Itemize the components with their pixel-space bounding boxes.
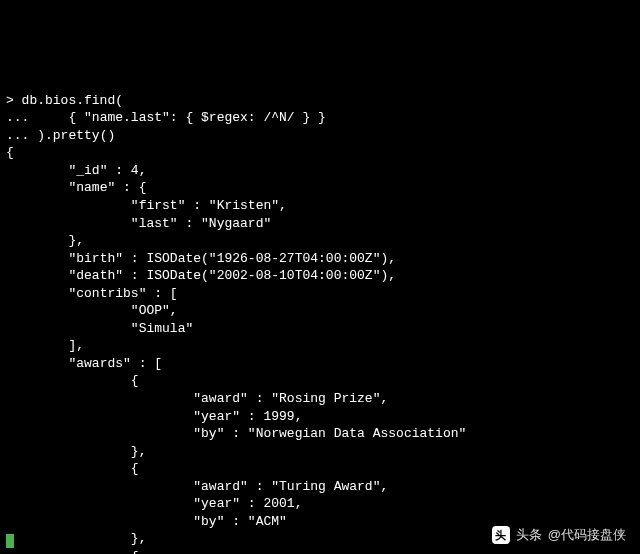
contribs-open: [ <box>170 286 178 301</box>
first-key: "first" <box>131 198 186 213</box>
obj-open: { <box>131 373 139 388</box>
contrib-1: "OOP" <box>131 303 170 318</box>
contribs-key: "contribs" <box>68 286 146 301</box>
obj-close: }, <box>131 531 147 546</box>
first-val: "Kristen" <box>209 198 279 213</box>
award2-name: "Turing Award" <box>271 479 380 494</box>
last-val: "Nygaard" <box>201 216 271 231</box>
last-key: "last" <box>131 216 178 231</box>
id-key: "_id" <box>68 163 107 178</box>
continuation-prompt: ... <box>6 128 37 143</box>
terminal-output: > db.bios.find( ... { "name.last": { $re… <box>6 74 634 554</box>
continuation-prompt: ... <box>6 110 37 125</box>
cursor-block <box>6 534 14 548</box>
awards-key: "awards" <box>68 356 130 371</box>
watermark-handle: @代码接盘侠 <box>548 526 626 544</box>
toutiao-icon: 头 <box>492 526 510 544</box>
award-key: "award" <box>193 391 248 406</box>
award1-by: "Norwegian Data Association" <box>248 426 466 441</box>
obj-open: { <box>131 549 139 554</box>
id-val: 4 <box>131 163 139 178</box>
prompt: > <box>6 93 22 108</box>
name-open: { <box>139 180 147 195</box>
by-key: "by" <box>193 426 224 441</box>
brace-open: { <box>6 145 14 160</box>
name-close: } <box>68 233 76 248</box>
year-key: "year" <box>193 496 240 511</box>
watermark: 头 头条 @代码接盘侠 <box>492 526 626 544</box>
by-key: "by" <box>193 514 224 529</box>
cmd-line-1: db.bios.find( <box>22 93 123 108</box>
award-key: "award" <box>193 479 248 494</box>
contribs-close: ] <box>68 338 76 353</box>
death-val: ISODate("2002-08-10T04:00:00Z") <box>146 268 388 283</box>
watermark-brand: 头条 <box>516 526 542 544</box>
award1-name: "Rosing Prize" <box>271 391 380 406</box>
death-key: "death" <box>68 268 123 283</box>
birth-val: ISODate("1926-08-27T04:00:00Z") <box>146 251 388 266</box>
award2-by: "ACM" <box>248 514 287 529</box>
cmd-line-3: ).pretty() <box>37 128 115 143</box>
award1-year: 1999 <box>263 409 294 424</box>
contrib-2: "Simula" <box>131 321 193 336</box>
year-key: "year" <box>193 409 240 424</box>
award2-year: 2001 <box>263 496 294 511</box>
obj-close: }, <box>131 444 147 459</box>
birth-key: "birth" <box>68 251 123 266</box>
cmd-line-2: { "name.last": { $regex: /^N/ } } <box>37 110 326 125</box>
awards-open: [ <box>154 356 162 371</box>
obj-open: { <box>131 461 139 476</box>
name-key: "name" <box>68 180 115 195</box>
